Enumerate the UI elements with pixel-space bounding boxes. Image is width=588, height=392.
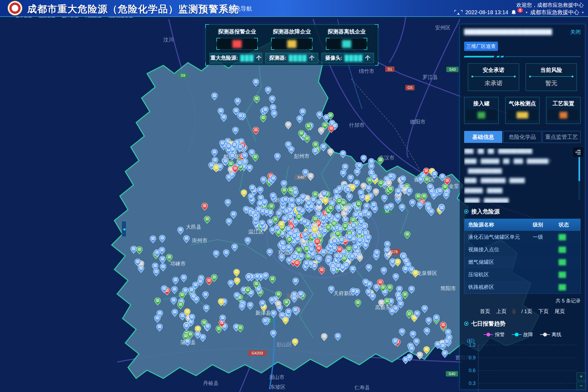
hazard-status: ██ bbox=[559, 284, 580, 290]
info-field: ███：██ bbox=[464, 148, 484, 154]
page-total: / 1页 bbox=[521, 308, 532, 315]
chevron-down-icon[interactable]: ▾ bbox=[582, 10, 584, 14]
counter-value: ████ bbox=[289, 55, 307, 61]
svg-text:S40: S40 bbox=[449, 67, 456, 72]
detector-stat-cards: 探测器报警企业██探测器故障企业██探测器离线企业██ bbox=[210, 28, 374, 50]
hazard-table-row[interactable]: 燃气储罐区██ bbox=[464, 256, 580, 268]
collapse-list-icon bbox=[575, 149, 581, 155]
svg-text:S40: S40 bbox=[449, 372, 455, 376]
chevron-down-icon[interactable]: ▾ bbox=[526, 10, 528, 14]
current-risk-card: 当前风险 暂无 bbox=[526, 63, 577, 91]
detail-company-title: ████████████████████████ bbox=[464, 29, 557, 35]
grid-icon bbox=[223, 7, 227, 11]
map-city-label: 德阳市 bbox=[410, 119, 425, 125]
tab-危险化学品[interactable]: 危险化学品 bbox=[503, 131, 541, 143]
current-user[interactable]: 成都市应急救援中心 bbox=[530, 9, 579, 16]
stat-value: ██ bbox=[287, 40, 296, 48]
detector-stat-card: 探测器报警企业██ bbox=[210, 28, 264, 50]
info-field: ██：███████████ bbox=[488, 148, 532, 154]
map-district-label: 新津县 bbox=[255, 310, 271, 316]
map-city-label: 汶川 bbox=[163, 37, 174, 42]
stat-title: 探测器离线企业 bbox=[319, 28, 374, 35]
hazard-table-row[interactable]: 压缩机区██ bbox=[464, 268, 580, 281]
hazard-table-row[interactable]: 铁路栈桥区██ bbox=[464, 281, 580, 293]
hazard-name: 铁路栈桥区 bbox=[464, 284, 533, 291]
svg-text:0.3: 0.3 bbox=[469, 381, 476, 386]
trend-section-title: 七日报警趋势 bbox=[471, 320, 506, 327]
detector-stat-card: 探测器故障企业██ bbox=[264, 28, 319, 50]
map-city-label: 安州区 bbox=[435, 25, 451, 30]
legend-marker-icon bbox=[483, 333, 493, 336]
notification-badge: 0 bbox=[517, 8, 523, 13]
page-last[interactable]: 尾页 bbox=[555, 308, 565, 315]
counter-unit: 个 bbox=[365, 54, 370, 62]
equipment-card: 接入罐██ bbox=[464, 97, 499, 124]
stat-value: ██ bbox=[232, 40, 242, 48]
legend-marker-icon bbox=[512, 333, 522, 336]
resource-counter: 摄像头:████个 bbox=[321, 53, 374, 63]
header-right-tools: 2022-08-18 13:14 0 ▾ 成都市应急救援中心 ▾ bbox=[454, 9, 584, 16]
map-city-label: 丹棱县 bbox=[203, 380, 219, 386]
close-button[interactable]: 关闭 bbox=[570, 29, 581, 36]
tab-重点监管工艺[interactable]: 重点监管工艺 bbox=[543, 131, 581, 143]
safety-promise-title: 安全承诺 bbox=[468, 66, 519, 74]
info-field: ████：████████ - █████ bbox=[464, 178, 525, 183]
page-next[interactable]: 下页 bbox=[538, 308, 549, 315]
map-district-label: 邛崃市 bbox=[170, 261, 186, 267]
svg-text:S1: S1 bbox=[387, 67, 392, 71]
zoom-out-button[interactable]: − bbox=[577, 382, 586, 390]
app-title: 成都市重大危险源（危险化学品）监测预警系统 bbox=[27, 3, 239, 16]
header-bar: 成都市重大危险源（危险化学品）监测预警系统 系统导航 欢迎您，成都市应急救援中心… bbox=[0, 0, 588, 17]
trend-section-header: 七日报警趋势 bbox=[464, 320, 581, 327]
equipment-label: 气体检测点 bbox=[506, 100, 540, 107]
map-marker[interactable] bbox=[403, 357, 409, 364]
panel-toggle-button[interactable] bbox=[573, 147, 583, 157]
basic-info-section: ███：████：███████████████：████████：███ - … bbox=[464, 148, 581, 203]
system-nav-label: 系统导航 bbox=[229, 5, 252, 13]
map-marker[interactable] bbox=[442, 350, 448, 358]
zoom-in-button[interactable]: + bbox=[577, 372, 586, 381]
hazard-name: 视频接入点位 bbox=[464, 246, 533, 253]
counter-label: 探测器: bbox=[269, 54, 286, 62]
enterprise-detail-panel: ████████████████████████ 关闭 三维厂区巡查 安全承诺 … bbox=[460, 24, 585, 390]
hazard-table-row[interactable]: 液化石油气储罐区单元一级██ bbox=[464, 231, 580, 243]
bell-icon[interactable] bbox=[511, 10, 516, 16]
equipment-value: ██ bbox=[560, 112, 567, 118]
safety-promise-value: 未承诺 bbox=[468, 79, 519, 87]
counter-unit: 个 bbox=[256, 54, 261, 62]
equipment-value: ███ bbox=[517, 112, 528, 118]
map-city-label: 东坡区 bbox=[270, 384, 286, 390]
equipment-card: 工艺装置██ bbox=[546, 97, 581, 124]
trend-legend-item[interactable]: 报警 bbox=[483, 331, 505, 338]
tab-基础信息[interactable]: 基础信息 bbox=[464, 131, 502, 143]
plant-3d-tour-button[interactable]: 三维厂区巡查 bbox=[464, 42, 498, 51]
system-nav-menu[interactable]: 系统导航 bbox=[223, 5, 252, 13]
svg-text:0.6: 0.6 bbox=[469, 368, 476, 373]
svg-text:0.9: 0.9 bbox=[469, 355, 476, 360]
road-badge: G4203 bbox=[248, 350, 267, 356]
map-city-label: 绵竹市 bbox=[359, 68, 374, 74]
hazard-table: 危险源名称级别状态液化石油气储罐区单元一级██视频接入点位██燃气储罐区██压缩… bbox=[464, 219, 581, 294]
stat-value: ██ bbox=[342, 40, 351, 48]
fullscreen-icon-2 bbox=[458, 10, 463, 15]
svg-text:G5: G5 bbox=[408, 85, 413, 90]
equipment-stat-cards: 接入罐██气体检测点███工艺装置██ bbox=[464, 97, 581, 124]
map-marker[interactable] bbox=[361, 155, 367, 163]
map-district-label: 简阳市 bbox=[440, 286, 456, 291]
page-first[interactable]: 首页 bbox=[480, 308, 490, 315]
counter-value: ████ bbox=[345, 55, 363, 61]
trend-legend-item[interactable]: 离线 bbox=[540, 331, 561, 338]
info-field: ████：██████ bbox=[464, 158, 499, 164]
map-city-label: 仁寿县 bbox=[354, 385, 370, 390]
map-district-label: 彭州市 bbox=[294, 153, 310, 159]
stat-title: 探测器报警企业 bbox=[210, 28, 264, 35]
trend-legend: 报警故障离线 bbox=[464, 331, 581, 338]
hazard-table-row[interactable]: 视频接入点位██ bbox=[464, 243, 580, 256]
trend-legend-item[interactable]: 故障 bbox=[512, 331, 533, 338]
hazard-pagination: 首页 上页 1 / 1页 下页 尾页 bbox=[464, 308, 581, 315]
road-badge: S1 bbox=[385, 66, 394, 72]
map-city-label: 罗江县 bbox=[422, 74, 438, 80]
hazard-status: ██ bbox=[559, 272, 580, 278]
page-prev[interactable]: 上页 bbox=[496, 308, 507, 315]
sidebar-collapse-handle[interactable]: ◀ bbox=[122, 221, 126, 237]
